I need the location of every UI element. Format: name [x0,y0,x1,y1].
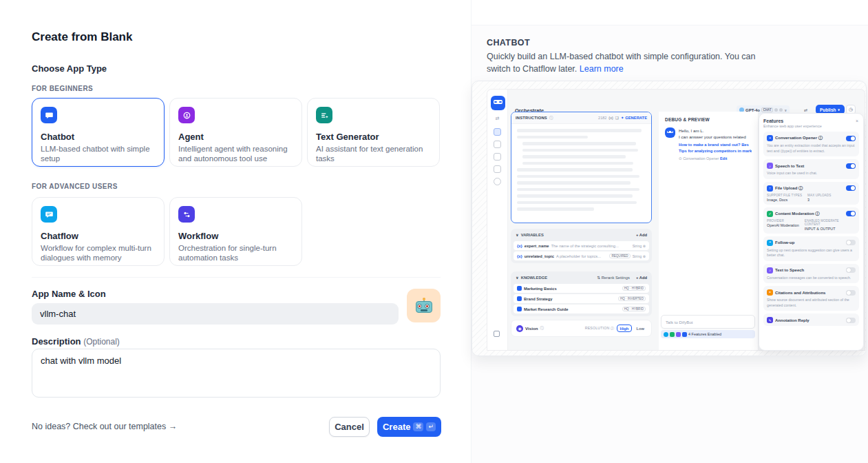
app-type-card-chatflow[interactable]: Chatflow Workflow for complex multi-turn… [32,197,165,266]
card-desc: AI assistant for text generation tasks [316,144,431,163]
enabled-count-label: 4 Features Enabled [688,332,721,336]
mini-knowledge-block: ∨ KNOWLEDGE ⇅ Rerank Settings + Add Mark… [511,271,652,316]
resolution-low-option: Low [634,325,646,331]
feature-meta: PROVIDER OpenAI Moderation ENABLED MODER… [767,219,856,231]
variable-icon: {x} [608,116,613,120]
chatbot-preview-image: ⇄ Orchestrate GPT-4o CHAT ∨ ⇄ Publish [472,81,867,356]
cmd-key-icon: ⌘ [413,422,423,431]
knowledge-name: Marketing Basics [524,287,620,291]
card-title: Chatflow [41,231,156,241]
description-label-text: Description [32,336,81,347]
model-chat-badge: CHAT [761,107,773,112]
card-title: Chatbot [41,132,156,142]
knowledge-row: Brand Strategy HQ · INVERTED [514,294,649,303]
meta-value: Image, Docs [767,198,802,202]
app-type-card-chatbot[interactable]: Chatbot LLM-based chatbot with simple se… [32,98,165,167]
app-icon-picker[interactable] [407,289,441,322]
chatbot-icon [41,107,57,123]
knowledge-row: Market Research Guide HQ · HYBRID [514,305,649,313]
description-textarea[interactable] [32,349,441,398]
chevron-down-icon: ∨ [837,107,840,112]
instructions-title: INSTRUCTIONS [516,116,547,120]
meta-key: ENABLED MODERATE CONTENT [805,219,856,226]
add-variable-button: + Add [636,233,647,237]
mini-nav-orchestrate-icon [494,128,501,136]
mini-vision-row: ◉ Vision ⓘ RESOLUTION ⓘ High Low [511,320,652,337]
card-desc: LLM-based chatbot with simple setup [41,144,156,163]
close-icon: × [856,119,858,123]
info-icon: ⓘ [540,326,544,331]
opener-mini-icon [664,332,668,337]
card-title: Agent [178,132,293,142]
feature-toggle [846,136,856,141]
feature-icon: ❞ [767,289,773,296]
feature-toggle [846,318,856,323]
card-desc: Workflow for complex multi-turn dialogue… [41,243,156,263]
app-type-card-text-generator[interactable]: Text Generator AI assistant for text gen… [307,98,440,167]
knowledge-name: Brand Strategy [524,297,616,301]
meta-value: OpenAI Moderation [767,223,799,227]
workflow-icon [178,206,195,223]
robot-emoji-icon [414,298,434,314]
beginners-group-label: FOR BEGINNERS [32,85,93,92]
feature-title: File Upload ⓘ [775,185,803,192]
mini-orchestrate-window: ⇄ Orchestrate GPT-4o CHAT ∨ ⇄ Publish [487,90,865,350]
enter-key-icon: ↵ [426,422,436,431]
create-button[interactable]: Create ⌘ ↵ [377,417,441,437]
variable-name: unrelated_topic [525,254,554,258]
mini-nav-annotations-icon [494,165,501,173]
variable-type: String ⊕ [633,254,646,258]
required-badge: REQUIRED [609,254,630,258]
feature-icon: ↑ [767,185,773,192]
opener-note: ⊙ Conversation Opener Edit [679,156,752,161]
features-list: ❝ Conversation Opener ⓘ You are an entit… [763,132,859,326]
mini-features-panel: Features Enhance web app user experience… [759,113,864,351]
edit-link: Edit [720,156,727,161]
document-icon [517,296,522,301]
variable-row: {x} unrelated_topic A placeholder for to… [514,251,649,260]
mini-sidebar: ⇄ [487,90,508,350]
variable-name: expert_name [525,244,549,248]
resolution-high-option: High [617,325,633,332]
section-divider [32,277,441,278]
learn-more-link[interactable]: Learn more [580,64,624,74]
document-icon [517,286,522,291]
create-app-panel: Create from Blank Choose App Type FOR BE… [0,0,471,463]
feature-icon: ❝ [767,240,773,246]
knowledge-mode-badge: HQ · HYBRID [622,286,646,291]
variable-row: {x} expert_name The name of the strategi… [514,241,649,250]
opener-label: Conversation Opener [683,156,719,161]
card-desc: Intelligent agent with reasoning and aut… [178,144,293,163]
compare-icon: ⇄ [804,107,807,112]
feature-icon: ✎ [767,317,773,323]
moderation-mini-icon [670,332,675,337]
advanced-group-label: FOR ADVANCED USERS [32,183,118,190]
feature-card: ❝ Follow-up Setting up next questions su… [763,236,859,261]
vision-eye-icon: ◉ [516,325,523,332]
templates-link[interactable]: No ideas? Check out our templates → [32,422,177,431]
feature-card: ↑ File Upload ⓘ SUPPORT FILE TYPES Image… [763,182,859,205]
feature-icon: ♪ [767,163,773,169]
features-title: Features [763,119,859,123]
page-title: Create from Blank [32,30,132,44]
mini-app-avatar [491,96,505,110]
feature-title: Citations and Attributions [775,291,825,295]
greeting-line: I can answer your questions related [679,134,752,140]
feature-icon: ❝ [767,135,773,141]
app-name-input[interactable] [32,303,399,325]
mini-exit-icon: ⇄ [494,116,501,123]
feature-card: ✓ Content Moderation ⓘ PROVIDER OpenAI M… [763,207,859,234]
cancel-button[interactable]: Cancel [329,417,370,437]
feature-card: ✎ Annotation Reply [763,313,859,326]
sparkle-icon: ✦ [621,116,624,120]
feature-desc: Setting up next questions suggestion can… [767,248,856,258]
app-type-card-agent[interactable]: Agent Intelligent agent with reasoning a… [169,98,302,167]
meta-value: INPUT & OUTPUT [805,227,856,231]
agent-icon [178,107,195,123]
feature-card: ♪ Speech to Text Voice input can be used… [763,159,859,179]
suggested-question: Tips for analyzing competitors in market [679,149,752,153]
knowledge-list: Marketing Basics HQ · HYBRID Brand Strat… [514,284,649,313]
mini-debug-column: DEBUG & PREVIEW Hello, I am L. I can ans… [659,112,759,350]
beginner-cards: Chatbot LLM-based chatbot with simple se… [32,98,440,167]
app-type-card-workflow[interactable]: Workflow Orchestration for single-turn a… [169,197,302,266]
